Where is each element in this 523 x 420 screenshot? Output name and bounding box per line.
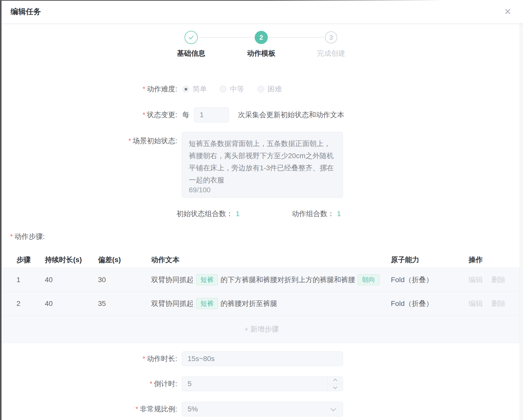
radio-circle [257, 86, 264, 93]
action-steps-label: *动作步骤: [10, 232, 45, 241]
cell-action-text: 双臂协同抓起短裤的裤腰对折至裤腿 [151, 292, 386, 315]
step-3-label: 完成创建 [293, 49, 369, 58]
step-3-circle: 3 [325, 31, 337, 44]
page-edge-left [0, 0, 2, 420]
col-ability: 原子能力 [391, 252, 419, 268]
difficulty-label: *动作难度: [0, 83, 177, 95]
number-spinner [327, 377, 343, 391]
dialog-title: 编辑任务 [11, 0, 41, 23]
initial-state-textarea[interactable]: 短裤五条数据背面朝上，五条数据正面朝上，裤腰朝右，离头部视野下方至少20cm之外… [182, 132, 343, 198]
countdown-input[interactable]: 5 [182, 376, 343, 391]
cell-step: 1 [16, 268, 21, 291]
tag-chip: 朝向 [358, 274, 379, 285]
step-2-number: 2 [259, 34, 263, 41]
check-icon [188, 34, 194, 41]
initial-state-label: *场景初始状态: [0, 136, 177, 146]
cell-duration: 40 [45, 292, 53, 315]
step-text: 双臂协同抓起 [151, 275, 194, 285]
step-3-number: 3 [329, 34, 333, 41]
spinner-up-button[interactable] [327, 377, 343, 384]
unusual-ratio-select[interactable]: 5% [182, 402, 343, 416]
col-step: 步骤 [16, 252, 31, 268]
add-step-button[interactable]: + 新增步骤 [244, 324, 279, 334]
step-text: 的下方裤腿和裤腰对折到上方的裤腿和裤腰 [220, 275, 355, 285]
radio-label: 简单 [193, 84, 207, 94]
chevron-up-icon [333, 379, 337, 383]
action-combo-value: 1 [337, 210, 341, 218]
required-asterisk: * [128, 137, 131, 145]
char-counter: 69/100 [189, 186, 211, 194]
col-text: 动作文本 [151, 252, 179, 268]
action-combo-count: 动作组合数：1 [292, 209, 341, 219]
initial-state-text: 短裤五条数据背面朝上，五条数据正面朝上，裤腰朝右，离头部视野下方至少20cm之外… [189, 138, 337, 186]
radio-circle [219, 86, 227, 93]
duration-value: 15s~80s [188, 355, 215, 363]
duration-label: *动作时长: [0, 351, 177, 366]
step-2-label: 动作模板 [223, 49, 299, 58]
state-change-suffix: 次采集会更新初始状态和动作文本 [238, 107, 344, 122]
step-text: 双臂协同抓起 [151, 299, 194, 308]
spinner-down-button[interactable] [327, 384, 343, 391]
initial-combo-count: 初始状态组合数：1 [176, 209, 240, 219]
step-1-label: 基础信息 [153, 49, 229, 58]
cell-actions: 编辑 删除 [469, 292, 506, 315]
edit-link[interactable]: 编辑 [469, 299, 483, 308]
cell-duration: 40 [45, 268, 53, 291]
add-step-row: + 新增步骤 [0, 315, 523, 343]
cell-step: 2 [16, 292, 21, 315]
state-change-input[interactable]: 1 [194, 107, 229, 122]
radio-option-simple[interactable]: 简单 [182, 83, 207, 95]
page-edge-top [0, 0, 443, 1]
stepper-connector [268, 37, 325, 38]
radio-label: 中等 [230, 84, 244, 94]
tag-chip: 短裤 [196, 274, 218, 285]
col-actions: 操作 [469, 252, 483, 268]
unusual-ratio-label: *非常规比例: [0, 402, 177, 416]
radio-option-hard[interactable]: 困难 [257, 83, 282, 95]
required-asterisk: * [150, 380, 152, 388]
state-change-value: 1 [200, 111, 204, 119]
unusual-ratio-value: 5% [188, 405, 198, 413]
state-change-label: *状态变更: [0, 107, 177, 122]
dialog-header: 编辑任务 ✕ [0, 0, 523, 24]
edit-link[interactable]: 编辑 [469, 275, 483, 285]
col-duration: 持续时长(s) [45, 252, 82, 268]
tag-chip: 短裤 [196, 298, 218, 309]
steps-table-header: 步骤 持续时长(s) 偏差(s) 动作文本 原子能力 操作 [0, 252, 523, 268]
cell-ability: Fold（折叠） [391, 292, 433, 315]
required-asterisk: * [143, 111, 145, 119]
radio-circle-checked [182, 86, 189, 93]
step-1-circle [185, 31, 198, 44]
radio-label: 困难 [268, 84, 282, 94]
step-text: 的裤腰对折至裤腿 [220, 299, 277, 308]
edit-task-dialog: 编辑任务 ✕ 2 3 基础信息 动作模板 完成创建 *动作难度: 简单 中等 困… [0, 0, 523, 420]
delete-link[interactable]: 删除 [491, 299, 506, 308]
required-asterisk: * [10, 233, 13, 240]
chevron-down-icon [331, 406, 336, 411]
stepper-connector [198, 37, 254, 38]
cell-deviation: 35 [98, 292, 106, 315]
countdown-value: 5 [188, 380, 192, 388]
initial-combo-value: 1 [236, 210, 240, 218]
col-deviation: 偏差(s) [98, 252, 121, 268]
state-change-prefix: 每 [182, 107, 189, 122]
required-asterisk: * [135, 405, 138, 413]
radio-option-medium[interactable]: 中等 [219, 83, 244, 95]
cell-ability: Fold（折叠） [391, 268, 433, 291]
table-row: 1 40 30 双臂协同抓起短裤的下方裤腿和裤腰对折到上方的裤腿和裤腰朝向 Fo… [0, 268, 523, 291]
scrollbar-track[interactable] [519, 23, 523, 420]
chevron-down-icon [333, 385, 337, 389]
cell-deviation: 30 [98, 268, 106, 291]
required-asterisk: * [143, 355, 145, 363]
radio-dot [185, 88, 187, 91]
delete-link[interactable]: 删除 [491, 275, 506, 285]
duration-input[interactable]: 15s~80s [182, 351, 343, 366]
close-icon[interactable]: ✕ [504, 7, 512, 16]
step-2-circle: 2 [255, 31, 268, 44]
countdown-label: *倒计时: [0, 376, 177, 391]
cell-actions: 编辑 删除 [469, 268, 506, 291]
required-asterisk: * [143, 85, 145, 93]
table-row: 2 40 35 双臂协同抓起短裤的裤腰对折至裤腿 Fold（折叠） 编辑 删除 [0, 291, 523, 315]
cell-action-text: 双臂协同抓起短裤的下方裤腿和裤腰对折到上方的裤腿和裤腰朝向 [151, 268, 386, 291]
